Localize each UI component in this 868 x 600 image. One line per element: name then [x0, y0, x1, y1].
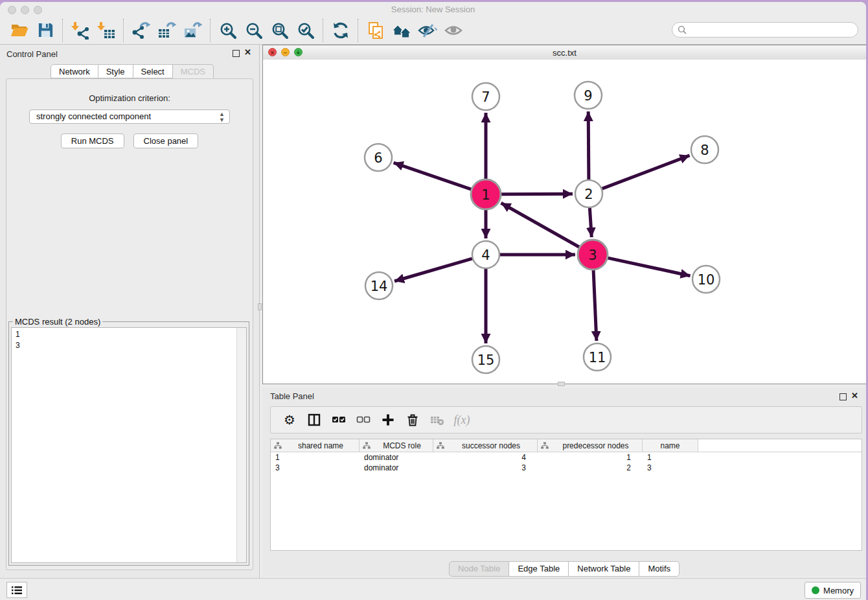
graph-edge-3-1[interactable] — [501, 203, 580, 247]
tab-select[interactable]: Select — [133, 64, 173, 78]
graph-edge-2-8[interactable] — [602, 156, 690, 189]
float-panel-icon[interactable] — [839, 393, 847, 400]
graph-svg[interactable]: 1234678910111415 — [263, 60, 866, 384]
graph-edge-4-14[interactable] — [394, 259, 472, 281]
open-session-button[interactable] — [6, 19, 32, 42]
export-network-button[interactable] — [128, 19, 154, 42]
unchecked-boxes-icon — [356, 413, 371, 427]
attribute-type-icon — [541, 442, 549, 449]
close-panel-icon[interactable]: ✕ — [851, 391, 858, 400]
table-cell: 3 — [271, 463, 360, 472]
table-cell: 1 — [538, 453, 643, 462]
column-header-predecessor-nodes[interactable]: predecessor nodes — [538, 439, 643, 452]
search-input[interactable] — [687, 23, 858, 36]
tab-style[interactable]: Style — [98, 64, 133, 78]
tab-edge-table[interactable]: Edge Table — [509, 561, 569, 577]
zoom-out-button[interactable] — [241, 19, 267, 42]
window-title: Session: New Session — [0, 5, 866, 14]
graph-edge-3-10[interactable] — [608, 258, 691, 276]
graph-edge-2-9[interactable] — [588, 111, 589, 179]
table-options-button[interactable]: ⚙ — [277, 410, 302, 430]
refresh-button[interactable] — [328, 19, 354, 42]
splitter-handle[interactable] — [558, 382, 565, 386]
select-all-columns-button[interactable] — [326, 410, 351, 430]
svg-text:4: 4 — [481, 248, 490, 263]
zoom-out-icon — [245, 21, 263, 40]
hide-selected-button[interactable] — [415, 19, 440, 42]
save-floppy-icon — [37, 21, 54, 39]
zoom-fit-button[interactable] — [267, 19, 293, 42]
zoom-fit-icon — [271, 21, 289, 40]
graph-node-15[interactable]: 15 — [472, 346, 499, 373]
import-table-button[interactable] — [93, 19, 119, 42]
attribute-type-icon — [274, 442, 282, 449]
optimization-criterion-select[interactable]: strongly connected component ▲▼ — [29, 110, 230, 124]
svg-text:1: 1 — [481, 187, 490, 203]
table-cell: 2 — [538, 463, 643, 472]
zoom-in-button[interactable] — [215, 19, 241, 42]
table-row[interactable]: 3dominator323 — [271, 463, 862, 473]
delete-column-button[interactable] — [400, 410, 425, 430]
export-table-button[interactable] — [154, 19, 180, 42]
mcds-result-list[interactable]: 13 — [11, 327, 247, 563]
graph-edge-2-3[interactable] — [589, 208, 591, 237]
tab-motifs[interactable]: Motifs — [639, 561, 680, 577]
close-panel-icon[interactable]: ✕ — [244, 48, 251, 57]
create-column-button[interactable] — [376, 410, 400, 430]
show-all-button[interactable] — [440, 19, 466, 42]
table-body: 1dominator4113dominator323 — [271, 452, 862, 473]
float-panel-icon[interactable] — [233, 50, 240, 57]
graph-node-9[interactable]: 9 — [575, 82, 602, 109]
graph-node-10[interactable]: 10 — [692, 266, 720, 293]
memory-button[interactable]: Memory — [805, 582, 861, 599]
mcds-result-box: MCDS result (2 nodes) 13 — [8, 321, 249, 566]
graph-node-4[interactable]: 4 — [472, 241, 499, 268]
columns-icon — [307, 413, 321, 427]
unselect-all-columns-button[interactable] — [351, 410, 376, 430]
mcds-panel: Optimization criterion: strongly connect… — [6, 78, 253, 570]
table-toolbar: ⚙ — [270, 406, 862, 433]
delete-table-button[interactable] — [425, 410, 450, 430]
function-builder-button[interactable]: f(x) — [450, 410, 474, 430]
task-history-button[interactable] — [6, 582, 27, 598]
graph-edge-1-6[interactable] — [394, 163, 472, 189]
column-header-shared-name[interactable]: shared name — [271, 439, 360, 452]
graph-node-1[interactable]: 1 — [471, 179, 501, 209]
clone-network-button[interactable] — [363, 19, 389, 42]
splitter-handle[interactable] — [258, 303, 262, 310]
tab-mcds[interactable]: MCDS — [173, 64, 214, 78]
mcds-result-title: MCDS result (2 nodes) — [13, 317, 102, 327]
first-neighbors-button[interactable] — [389, 19, 415, 42]
graph-node-14[interactable]: 14 — [365, 272, 393, 299]
import-network-button[interactable] — [67, 19, 93, 42]
column-header-successor-nodes[interactable]: successor nodes — [433, 439, 538, 452]
table-header-row: shared nameMCDS rolesuccessor nodesprede… — [271, 439, 862, 452]
status-bar: Memory — [0, 578, 866, 600]
zoom-in-icon — [219, 21, 237, 40]
tab-network[interactable]: Network — [51, 64, 98, 78]
graph-node-3[interactable]: 3 — [578, 240, 608, 270]
svg-text:7: 7 — [481, 89, 490, 105]
tab-network-table[interactable]: Network Table — [569, 561, 639, 577]
column-header-name[interactable]: name — [643, 439, 698, 452]
graph-node-6[interactable]: 6 — [365, 144, 392, 171]
export-image-button[interactable] — [180, 19, 206, 42]
svg-text:2: 2 — [584, 187, 593, 202]
tab-node-table[interactable]: Node Table — [449, 561, 510, 577]
result-scrollbar[interactable] — [236, 328, 246, 562]
graph-node-8[interactable]: 8 — [691, 136, 718, 163]
zoom-selected-button[interactable] — [293, 19, 319, 42]
network-canvas[interactable]: 1234678910111415 — [263, 60, 866, 384]
graph-node-7[interactable]: 7 — [472, 83, 499, 110]
graph-node-2[interactable]: 2 — [575, 180, 602, 207]
save-session-button[interactable] — [32, 19, 58, 42]
run-mcds-button[interactable]: Run MCDS — [61, 133, 124, 148]
show-columns-button[interactable] — [302, 410, 326, 430]
graph-edge-3-11[interactable] — [593, 270, 597, 341]
close-panel-button[interactable]: Close panel — [133, 133, 199, 148]
table-row[interactable]: 1dominator411 — [271, 452, 862, 463]
graph-edge-1-2[interactable] — [501, 194, 573, 194]
column-header-mcds-role[interactable]: MCDS role — [360, 439, 433, 452]
graph-node-11[interactable]: 11 — [584, 343, 611, 371]
plus-icon — [381, 413, 395, 427]
